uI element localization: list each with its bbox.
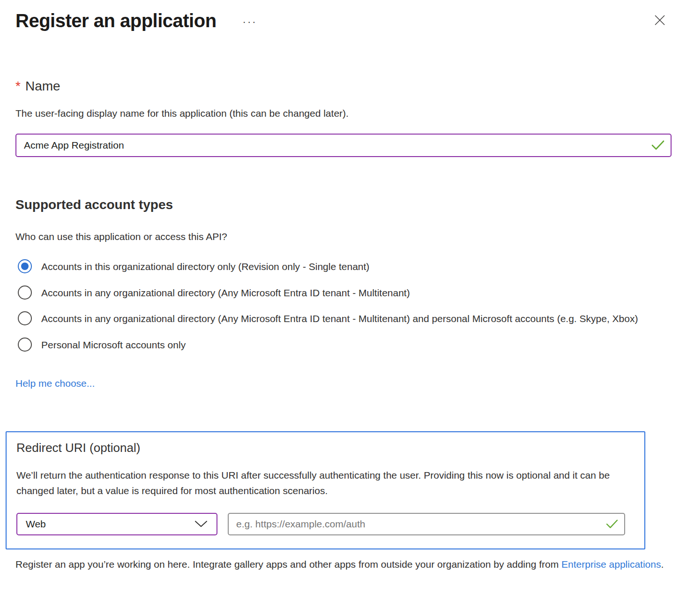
close-button[interactable] <box>653 13 667 27</box>
redirect-uri-input[interactable] <box>228 513 625 535</box>
more-options-button[interactable]: ··· <box>243 17 257 27</box>
radio-single-tenant[interactable]: Accounts in this organizational director… <box>15 254 672 280</box>
enterprise-applications-link[interactable]: Enterprise applications <box>561 559 661 570</box>
page-title: Register an application <box>15 10 217 31</box>
radio-button-icon <box>18 311 32 325</box>
radio-button-icon <box>18 285 32 300</box>
radio-button-icon <box>18 338 32 352</box>
platform-select[interactable]: Web <box>16 513 217 535</box>
radio-multitenant[interactable]: Accounts in any organizational directory… <box>15 280 672 306</box>
redirect-uri-description: We’ll return the authentication response… <box>16 467 634 499</box>
uri-input-wrap <box>228 513 625 535</box>
platform-select-value: Web <box>26 518 46 530</box>
redirect-uri-section: Redirect URI (optional) We’ll return the… <box>6 431 645 549</box>
chevron-down-icon <box>194 520 208 528</box>
close-icon <box>653 22 667 29</box>
radio-label: Accounts in any organizational directory… <box>41 310 638 327</box>
footer-note-after: . <box>661 559 664 570</box>
register-application-pane: Register an application ··· *Name The us… <box>0 0 687 592</box>
pane-header: Register an application ··· <box>15 10 672 31</box>
radio-button-icon <box>18 259 32 273</box>
radio-label: Personal Microsoft accounts only <box>41 337 186 353</box>
name-input-wrap <box>15 134 672 157</box>
radio-label: Accounts in any organizational directory… <box>41 285 410 301</box>
account-type-radio-group: Accounts in this organizational director… <box>15 254 672 358</box>
name-label-text: Name <box>25 79 60 93</box>
name-input[interactable] <box>15 134 672 157</box>
redirect-uri-controls: Web <box>16 513 634 535</box>
supported-account-types-heading: Supported account types <box>15 197 672 212</box>
radio-personal-only[interactable]: Personal Microsoft accounts only <box>15 332 672 358</box>
valid-check-icon <box>605 519 619 529</box>
account-types-question: Who can use this application or access t… <box>15 231 672 242</box>
footer-note-before: Register an app you’re working on here. … <box>15 559 561 570</box>
help-me-choose-link[interactable]: Help me choose... <box>15 378 95 389</box>
footer-note: Register an app you’re working on here. … <box>15 556 672 573</box>
valid-check-icon <box>651 140 665 151</box>
redirect-uri-heading: Redirect URI (optional) <box>16 441 634 455</box>
radio-label: Accounts in this organizational director… <box>41 258 369 275</box>
name-field-label: *Name <box>15 79 672 94</box>
radio-multitenant-personal[interactable]: Accounts in any organizational directory… <box>15 306 672 332</box>
name-field-description: The user-facing display name for this ap… <box>15 108 672 119</box>
required-asterisk: * <box>15 79 21 93</box>
